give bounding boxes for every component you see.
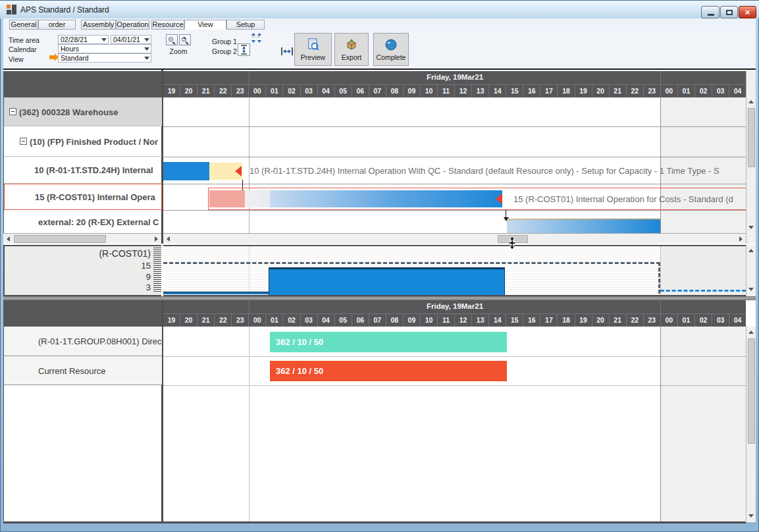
hour-cell: 15: [506, 314, 523, 327]
tab-setup[interactable]: Setup: [226, 20, 265, 30]
fit-width-icon[interactable]: [280, 46, 294, 59]
tab-operation[interactable]: Operation: [116, 20, 149, 30]
op10-main-bar[interactable]: [163, 162, 209, 180]
main-area: (362) 000328 Warehouse (10) (FP) Finishe…: [3, 68, 756, 522]
fit-height-icon[interactable]: [238, 43, 250, 56]
op15-main-bar[interactable]: [270, 190, 502, 207]
hour-cell: 08: [386, 314, 403, 327]
scroll-up-button[interactable]: [746, 97, 756, 107]
hour-cell: 16: [523, 85, 540, 97]
scroll-left-button[interactable]: [164, 234, 173, 244]
tree-horizontal-scrollbar[interactable]: [3, 233, 161, 244]
hour-cell: 18: [557, 314, 574, 327]
resource-vertical-scrollbar[interactable]: [746, 327, 756, 521]
group1-label: Group 1: [212, 38, 237, 45]
scroll-up-button[interactable]: [746, 246, 756, 255]
export-button[interactable]: Export: [334, 33, 369, 66]
hour-cell: 09: [403, 314, 420, 327]
chart-horizontal-scrollbar[interactable]: [163, 233, 746, 244]
hour-cell: 05: [334, 85, 352, 97]
collapse-icon[interactable]: [9, 108, 16, 115]
date-segment-day: Friday, 19Mar21: [249, 71, 660, 84]
time-from-dropdown[interactable]: 02/28/21: [58, 35, 109, 44]
scroll-right-button[interactable]: [736, 234, 745, 244]
hour-cell: 19: [163, 85, 180, 97]
date-label: Friday, 19Mar21: [249, 73, 660, 81]
scroll-down-button[interactable]: [746, 284, 756, 294]
scroll-right-button[interactable]: [151, 234, 161, 244]
minimize-button[interactable]: [701, 6, 720, 18]
tab-order[interactable]: order: [38, 20, 76, 30]
group2-label: Group 2: [212, 47, 237, 55]
logo-orange-square: [7, 5, 11, 9]
load-scale-3: 3: [146, 282, 151, 292]
scroll-up-button[interactable]: [746, 328, 756, 337]
load-scale-ruler: [153, 248, 161, 292]
hour-cell: 08: [386, 85, 403, 97]
midnight-gridline: [249, 97, 249, 233]
zoom-in-button[interactable]: +: [179, 34, 191, 45]
op20-external-bar[interactable]: [507, 219, 660, 233]
resource-row-current[interactable]: Current Resource: [4, 356, 162, 385]
load-vertical-scrollbar[interactable]: [746, 245, 756, 296]
date-segment-next: [660, 71, 746, 84]
load-scale-9: 9: [146, 272, 151, 282]
close-button[interactable]: ×: [739, 6, 756, 18]
scroll-left-button[interactable]: [4, 234, 13, 244]
hour-cell: 18: [557, 85, 574, 97]
scroll-down-button[interactable]: [746, 511, 756, 520]
resource-row-group[interactable]: (R-01-1T.GROUP.08H001) DirectI: [4, 327, 162, 356]
op15-setup-bar[interactable]: [209, 190, 245, 207]
tab-resource[interactable]: Resource: [151, 20, 184, 30]
tree-row-finished-product[interactable]: (10) (FP) Finished Product / Nor: [4, 126, 162, 157]
tab-view[interactable]: View: [184, 20, 226, 30]
op15-wait-bar[interactable]: [245, 190, 270, 207]
date-segment-next: [660, 300, 746, 313]
maximize-button[interactable]: [720, 6, 738, 18]
time-to-dropdown[interactable]: 04/01/21: [111, 35, 151, 44]
chevron-down-icon: [101, 38, 107, 41]
hour-cell: 13: [471, 314, 488, 327]
row-separator: [163, 157, 746, 157]
hour-cell: 11: [437, 85, 454, 97]
tree-row-label: (362) 000328 Warehouse: [19, 107, 118, 117]
load-area-bar[interactable]: [269, 267, 505, 295]
hour-cell: 07: [369, 314, 386, 327]
scrollbar-thumb[interactable]: [14, 235, 106, 243]
zoom-out-button[interactable]: -: [166, 34, 178, 45]
date-segment-prev: [163, 300, 249, 313]
load-graph-label-panel: (R-COST01) 15 9 3: [3, 245, 161, 296]
tree-header: [4, 71, 162, 97]
hour-cell: 02: [694, 85, 712, 97]
group-resource-bar[interactable]: 362 / 10 / 50: [270, 332, 507, 352]
tree-row-op15-selected[interactable]: 15 (R-COST01) Internal Opera: [4, 184, 162, 210]
tree-row-warehouse[interactable]: (362) 000328 Warehouse: [4, 97, 162, 126]
preview-caption: Preview: [295, 53, 331, 61]
tree-row-op10[interactable]: 10 (R-01-1T.STD.24H) Internal: [4, 157, 162, 184]
hour-cell: 01: [265, 314, 282, 327]
op10-setup-bar[interactable]: [209, 163, 242, 180]
load-graph-chart: [163, 245, 746, 296]
hour-cell: 23: [643, 85, 660, 97]
tab-general[interactable]: General: [9, 20, 38, 30]
hour-cell: 04: [729, 85, 746, 97]
tab-assembly[interactable]: Assembly: [81, 20, 116, 30]
scrollbar-thumb[interactable]: [748, 338, 755, 444]
hour-cell: 20: [180, 85, 197, 97]
scroll-down-button[interactable]: [746, 223, 756, 232]
capacity-drop-line: [658, 262, 660, 294]
tree-row-op20[interactable]: external: 20 (R-EX) External C: [4, 210, 162, 233]
op15-bar-label: 15 (R-COST01) Internal Operation for Cos…: [513, 194, 733, 204]
collapse-icon[interactable]: [20, 138, 27, 145]
hour-cell: 21: [197, 85, 214, 97]
complete-button[interactable]: Complete: [373, 33, 409, 66]
row-spacing-icon[interactable]: [249, 32, 263, 47]
preview-button[interactable]: Preview: [294, 33, 332, 66]
view-dropdown[interactable]: Standard: [58, 53, 151, 63]
gantt-vertical-scrollbar[interactable]: [746, 71, 756, 244]
current-resource-bar[interactable]: 362 / 10 / 50: [270, 361, 507, 381]
minimize-icon: [708, 14, 714, 16]
capacity-dashed-line: [163, 262, 660, 264]
scrollbar-thumb[interactable]: [748, 108, 755, 167]
calendar-dropdown[interactable]: Hours: [58, 44, 151, 53]
